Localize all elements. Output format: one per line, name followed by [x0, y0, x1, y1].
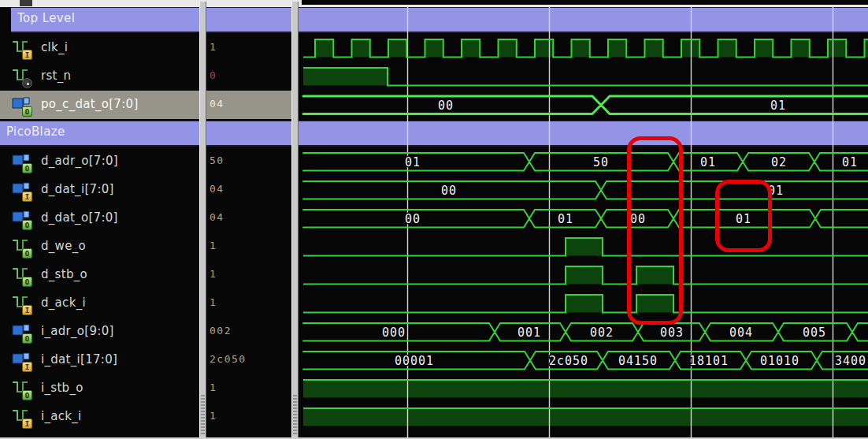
stimulator-badge-icon: [22, 78, 32, 88]
input-badge-icon: I: [22, 419, 32, 429]
output-badge-icon: O: [22, 220, 32, 230]
output-badge-icon: O: [22, 333, 32, 344]
signal-row-d-dat-i70[interactable]: Id_dat_i[7:0]04: [0, 176, 299, 204]
bus-icon: O: [11, 322, 32, 342]
splitter-grip[interactable]: [201, 393, 205, 434]
signal-row-layer: Top Level Iclk_i1 rst_n0 Opo_c_dat_o[7:0…: [0, 7, 299, 437]
group-header-top-level[interactable]: Top Level: [0, 6, 299, 34]
waveform-viewer-window: 0001015001020100010001000100000100200300…: [0, 0, 868, 439]
signal-row-d-dat-o70[interactable]: Od_dat_o[7:0]04: [0, 204, 299, 233]
signal-name: d_ack_i: [41, 296, 86, 310]
signal-name: i_ack_i: [41, 409, 82, 423]
signal-row-po-c-dat-o70[interactable]: Opo_c_dat_o[7:0]04: [0, 91, 299, 119]
signal-row-i-dat-i170[interactable]: Ii_dat_i[17:0]2c050: [0, 346, 299, 374]
signal-value: 04: [210, 211, 224, 223]
group-header-picoblaze[interactable]: PicoBlaze: [0, 119, 299, 147]
waveform-icon: O: [11, 236, 32, 257]
wave-top-mask: [302, 0, 868, 5]
signal-row-i-adr-o90[interactable]: Oi_adr_o[9:0]002: [0, 318, 299, 346]
signal-value: 50: [210, 154, 224, 166]
signal-name: rst_n: [41, 69, 71, 83]
waveform-icon: O: [11, 265, 32, 285]
bus-icon: I: [11, 180, 32, 200]
signal-row-rst-n[interactable]: rst_n0: [0, 62, 299, 91]
bus-icon: I: [11, 350, 32, 370]
signal-row-d-adr-o70[interactable]: Od_adr_o[7:0]50: [0, 147, 299, 176]
waveform-icon: [11, 66, 32, 87]
signal-row-d-we-o[interactable]: Od_we_o1: [0, 233, 299, 261]
bus-icon: O: [11, 151, 32, 172]
bus-icon: O: [11, 208, 32, 229]
group-label: Top Level: [17, 11, 75, 25]
signal-value: 1: [210, 381, 217, 393]
window-top-tab: [20, 0, 32, 6]
signal-row-clk-i[interactable]: Iclk_i1: [0, 34, 299, 62]
waveform-icon: O: [11, 378, 32, 399]
signal-name: po_c_dat_o[7:0]: [41, 97, 139, 111]
waveform-icon: I: [11, 38, 32, 58]
signal-row-d-ack-i[interactable]: Id_ack_i1: [0, 289, 299, 318]
signal-row-i-stb-o[interactable]: Oi_stb_o1: [0, 374, 299, 403]
signal-value: 1: [210, 240, 217, 251]
output-badge-icon: O: [22, 163, 32, 173]
signal-value: 002: [210, 325, 232, 337]
splitter-grip[interactable]: [293, 393, 297, 434]
input-badge-icon: I: [22, 50, 32, 60]
bus-icon: O: [11, 95, 32, 115]
waveform-icon: I: [11, 407, 32, 427]
signal-name: i_dat_i[17:0]: [41, 352, 117, 366]
signal-value: 0: [210, 69, 217, 81]
pane-splitter-names-values[interactable]: [199, 2, 206, 437]
signal-name: d_dat_i[7:0]: [41, 182, 114, 196]
signal-value: 1: [210, 41, 217, 53]
group-label: PicoBlaze: [6, 125, 65, 139]
signal-name: i_stb_o: [41, 381, 83, 395]
signal-value: 1: [210, 296, 217, 308]
signal-value: 2c050: [210, 353, 247, 365]
input-badge-icon: I: [22, 305, 32, 315]
signal-name: i_adr_o[9:0]: [41, 324, 114, 338]
output-badge-icon: O: [22, 390, 32, 400]
signal-name: d_we_o: [41, 239, 86, 253]
signal-name: d_dat_o[7:0]: [41, 210, 118, 225]
signal-name: clk_i: [41, 40, 68, 54]
signal-value: 1: [210, 268, 217, 280]
input-badge-icon: I: [22, 192, 32, 202]
waveform-icon: I: [11, 293, 32, 314]
output-badge-icon: O: [22, 248, 32, 259]
pane-splitter-values-waves[interactable]: [291, 2, 299, 437]
signal-value: 04: [210, 98, 224, 110]
signal-name: d_adr_o[7:0]: [41, 154, 118, 168]
signal-row-d-stb-o[interactable]: Od_stb_o1: [0, 261, 299, 289]
signal-row-i-ack-i[interactable]: Ii_ack_i1: [0, 403, 299, 431]
signal-value: 1: [210, 410, 217, 422]
signal-value: 04: [210, 183, 224, 195]
input-badge-icon: I: [22, 362, 32, 372]
output-badge-icon: O: [22, 277, 32, 287]
signal-name: d_stb_o: [41, 267, 87, 281]
output-badge-icon: O: [22, 106, 32, 117]
